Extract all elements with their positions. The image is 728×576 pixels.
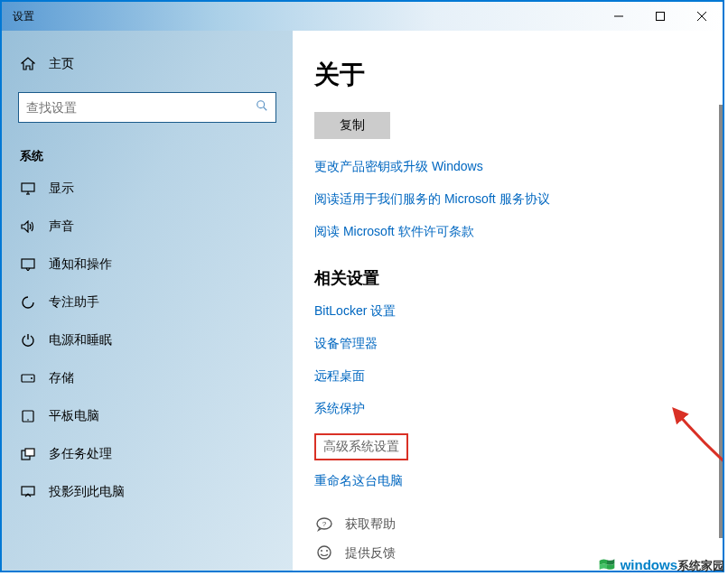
- nav-item-label: 电源和睡眠: [49, 332, 112, 348]
- notification-icon: [20, 258, 36, 271]
- window-controls: [598, 2, 723, 31]
- nav-item-projection[interactable]: 投影到此电脑: [2, 473, 293, 511]
- page-title: 关于: [314, 58, 701, 92]
- window-title: 设置: [13, 9, 34, 24]
- related-link-list: BitLocker 设置设备管理器远程桌面系统保护高级系统设置重命名这台电脑: [314, 303, 701, 489]
- nav-item-notification[interactable]: 通知和操作: [2, 246, 293, 283]
- search-input[interactable]: [26, 100, 256, 115]
- svg-point-12: [31, 377, 33, 379]
- nav-item-sound[interactable]: 声音: [2, 208, 293, 246]
- settings-window: 设置 主页: [0, 0, 724, 572]
- help-item-label: 获取帮助: [345, 516, 396, 533]
- minimize-button[interactable]: [598, 2, 639, 31]
- nav-item-label: 通知和操作: [49, 256, 112, 273]
- titlebar: 设置: [2, 2, 723, 31]
- content-area: 主页 系统 显示声音通知和操作专注助手电源和睡眠存储平板电脑多任务处理投影到此电…: [2, 31, 723, 571]
- nav-item-label: 声音: [49, 218, 74, 235]
- related-link-item[interactable]: 远程桌面: [314, 368, 701, 385]
- focus-icon: [20, 295, 36, 310]
- help-icon: ?: [314, 516, 334, 533]
- close-button[interactable]: [681, 2, 723, 31]
- sidebar: 主页 系统 显示声音通知和操作专注助手电源和睡眠存储平板电脑多任务处理投影到此电…: [2, 31, 293, 571]
- nav-item-label: 投影到此电脑: [49, 484, 125, 500]
- watermark: windows系统家园: [597, 556, 724, 574]
- svg-point-4: [257, 101, 265, 108]
- search-box[interactable]: [18, 92, 276, 123]
- link-item[interactable]: 阅读 Microsoft 软件许可条款: [314, 224, 701, 240]
- nav-item-display[interactable]: 显示: [2, 170, 293, 208]
- svg-point-22: [326, 550, 328, 552]
- nav-item-multitask[interactable]: 多任务处理: [2, 435, 293, 473]
- advanced-system-settings-link[interactable]: 高级系统设置: [314, 433, 408, 460]
- help-item-help[interactable]: ?获取帮助: [314, 516, 701, 533]
- related-link-item[interactable]: BitLocker 设置: [314, 303, 701, 320]
- related-link-item[interactable]: 设备管理器: [314, 336, 701, 352]
- feedback-icon: [314, 545, 334, 562]
- watermark-suffix: 系统家园: [677, 559, 724, 572]
- power-icon: [20, 333, 36, 348]
- help-item-label: 提供反馈: [345, 545, 396, 562]
- svg-text:?: ?: [322, 520, 327, 528]
- nav-item-storage[interactable]: 存储: [2, 359, 293, 397]
- copy-button[interactable]: 复制: [314, 112, 390, 139]
- nav-list: 显示声音通知和操作专注助手电源和睡眠存储平板电脑多任务处理投影到此电脑: [2, 170, 293, 511]
- nav-item-focus[interactable]: 专注助手: [2, 283, 293, 321]
- home-link[interactable]: 主页: [2, 49, 293, 79]
- nav-item-label: 存储: [49, 370, 74, 386]
- link-list: 更改产品密钥或升级 Windows阅读适用于我们服务的 Microsoft 服务…: [314, 159, 701, 240]
- category-header: 系统: [2, 141, 293, 170]
- svg-line-5: [264, 107, 267, 111]
- watermark-brand: windows: [621, 557, 677, 572]
- multitask-icon: [20, 448, 36, 460]
- sound-icon: [20, 220, 36, 233]
- scrollbar[interactable]: [719, 105, 723, 538]
- nav-item-label: 显示: [49, 181, 74, 197]
- nav-item-power[interactable]: 电源和睡眠: [2, 321, 293, 359]
- svg-point-14: [27, 419, 29, 421]
- windows-logo-icon: [597, 556, 617, 574]
- svg-rect-6: [22, 183, 34, 191]
- nav-item-label: 多任务处理: [49, 446, 112, 462]
- home-label: 主页: [49, 56, 74, 72]
- svg-point-21: [321, 550, 322, 552]
- nav-item-tablet[interactable]: 平板电脑: [2, 397, 293, 435]
- related-link-item[interactable]: 系统保护: [314, 401, 701, 417]
- tablet-icon: [20, 410, 36, 423]
- svg-rect-9: [22, 259, 34, 268]
- storage-icon: [20, 374, 36, 383]
- display-icon: [20, 182, 36, 195]
- nav-item-label: 平板电脑: [49, 408, 99, 424]
- home-icon: [20, 57, 36, 71]
- svg-rect-1: [657, 13, 665, 21]
- projection-icon: [20, 486, 36, 498]
- nav-item-label: 专注助手: [49, 294, 99, 311]
- help-section: ?获取帮助提供反馈: [314, 516, 701, 562]
- search-icon: [256, 99, 268, 116]
- link-item[interactable]: 阅读适用于我们服务的 Microsoft 服务协议: [314, 191, 701, 208]
- related-link-item[interactable]: 重命名这台电脑: [314, 473, 701, 489]
- related-settings-title: 相关设置: [314, 267, 701, 289]
- svg-rect-16: [25, 449, 34, 456]
- main-panel: 关于 复制 更改产品密钥或升级 Windows阅读适用于我们服务的 Micros…: [293, 31, 723, 571]
- maximize-button[interactable]: [639, 2, 681, 31]
- svg-point-20: [318, 546, 331, 559]
- link-item[interactable]: 更改产品密钥或升级 Windows: [314, 159, 701, 175]
